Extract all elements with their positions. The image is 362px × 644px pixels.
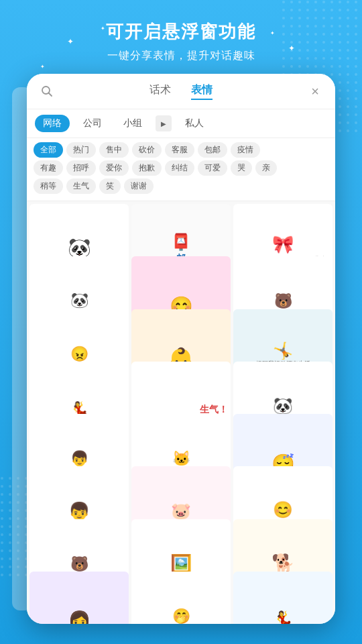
- tags-row-3: 稍等 生气 笑 谢谢: [34, 178, 328, 194]
- app-title: 可开启悬浮窗功能: [0, 20, 362, 44]
- cat-wangluo[interactable]: 网络: [35, 115, 70, 132]
- tag-jiujie[interactable]: 纠结: [165, 160, 194, 176]
- tag-shengqi[interactable]: 生气: [66, 178, 96, 194]
- tag-qin[interactable]: 亲: [255, 160, 277, 176]
- tab-huashu[interactable]: 话术: [149, 83, 171, 100]
- tag-aini[interactable]: 爱你: [99, 160, 129, 176]
- app-subtitle: 一键分享表情，提升对话趣味: [0, 49, 362, 63]
- tag-quanbu[interactable]: 全部: [34, 142, 63, 158]
- tag-remen[interactable]: 热门: [66, 142, 96, 158]
- cat-xiaozu[interactable]: 小组: [115, 115, 150, 132]
- tag-kanjia[interactable]: 砍价: [132, 142, 162, 158]
- tags-row-2: 有趣 招呼 爱你 抱歉 纠结 可爱 哭 亲: [34, 160, 328, 176]
- phone-header: 话术 表情 ×: [27, 74, 335, 109]
- tag-xiexie[interactable]: 谢谢: [124, 178, 154, 194]
- tag-shaodeng[interactable]: 稍等: [34, 178, 63, 194]
- sticker-24[interactable]: 💃: [233, 572, 333, 624]
- top-section: 可开启悬浮窗功能 一键分享表情，提升对话趣味: [0, 20, 362, 63]
- star-decoration-5: ✦: [40, 64, 45, 70]
- tag-zhaohu[interactable]: 招呼: [66, 160, 96, 176]
- tags-section: 全部 热门 售中 砍价 客服 包邮 疫情 有趣 招呼 爱你 抱歉 纠结 可爱 哭…: [27, 138, 335, 201]
- tag-keai[interactable]: 可爱: [198, 160, 227, 176]
- cat-gongsi[interactable]: 公司: [75, 115, 110, 132]
- phone-frame: 话术 表情 × 网络 公司 小组 ▶ 私人 全部 热门 售中 砍价: [27, 74, 335, 624]
- tag-xiao[interactable]: 笑: [99, 178, 121, 194]
- cat-siren[interactable]: 私人: [177, 115, 212, 132]
- svg-line-5: [49, 93, 52, 97]
- play-button[interactable]: ▶: [156, 115, 172, 131]
- sticker-22[interactable]: 👩: [29, 572, 129, 624]
- category-tabs: 网络 公司 小组 ▶ 私人: [27, 109, 335, 138]
- tag-shouzhong[interactable]: 售中: [99, 142, 129, 158]
- header-tabs: 话术 表情: [56, 83, 306, 100]
- tag-baoyou[interactable]: 包邮: [198, 142, 227, 158]
- sticker-23[interactable]: 🤭 再请你我就这样: [131, 572, 231, 624]
- tags-row-1: 全部 热门 售中 砍价 客服 包邮 疫情: [34, 142, 328, 158]
- tag-ku[interactable]: 哭: [231, 160, 252, 176]
- search-icon[interactable]: [38, 82, 56, 101]
- sticker-grid: 🐼 超级爱你 📮 邮 邮 🎀 非常 抱歉: [27, 201, 335, 624]
- tag-kefu[interactable]: 客服: [165, 142, 194, 158]
- tag-baoqian[interactable]: 抱歉: [132, 160, 162, 176]
- tab-biaoqing[interactable]: 表情: [191, 83, 213, 100]
- tag-yiqing[interactable]: 疫情: [231, 142, 260, 158]
- tag-youqu[interactable]: 有趣: [34, 160, 63, 176]
- close-button[interactable]: ×: [306, 82, 324, 101]
